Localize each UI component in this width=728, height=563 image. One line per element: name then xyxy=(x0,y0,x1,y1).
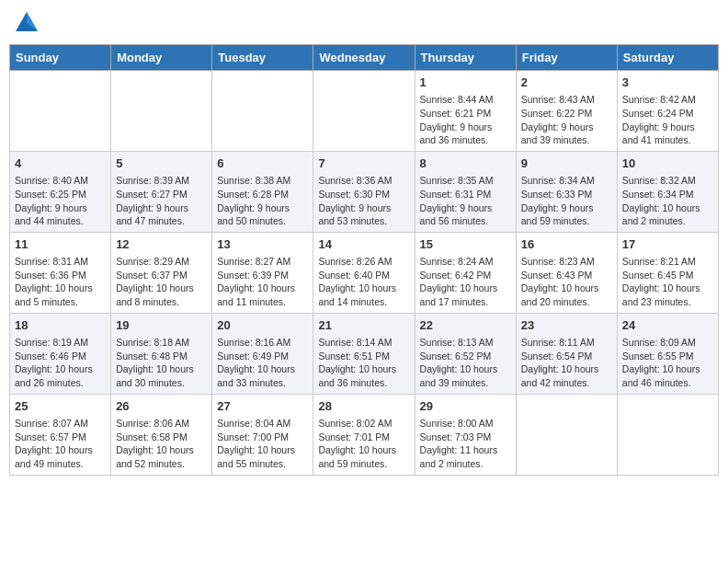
calendar-cell: 19Sunrise: 8:18 AM Sunset: 6:48 PM Dayli… xyxy=(111,313,212,394)
calendar-cell: 2Sunrise: 8:43 AM Sunset: 6:22 PM Daylig… xyxy=(516,71,617,152)
day-info: Sunrise: 8:44 AM Sunset: 6:21 PM Dayligh… xyxy=(420,93,511,147)
calendar-header-row: SundayMondayTuesdayWednesdayThursdayFrid… xyxy=(10,45,719,71)
calendar-cell: 1Sunrise: 8:44 AM Sunset: 6:21 PM Daylig… xyxy=(415,71,516,152)
calendar-cell: 25Sunrise: 8:07 AM Sunset: 6:57 PM Dayli… xyxy=(10,394,111,475)
day-header-thursday: Thursday xyxy=(415,45,516,71)
day-info: Sunrise: 8:14 AM Sunset: 6:51 PM Dayligh… xyxy=(318,336,409,390)
calendar-cell xyxy=(111,71,212,152)
calendar-cell: 14Sunrise: 8:26 AM Sunset: 6:40 PM Dayli… xyxy=(313,232,415,313)
calendar-cell: 17Sunrise: 8:21 AM Sunset: 6:45 PM Dayli… xyxy=(617,232,718,313)
calendar-cell xyxy=(617,394,718,475)
day-info: Sunrise: 8:24 AM Sunset: 6:42 PM Dayligh… xyxy=(420,255,511,309)
day-number: 19 xyxy=(116,317,207,334)
day-number: 2 xyxy=(521,75,612,91)
day-info: Sunrise: 8:04 AM Sunset: 7:00 PM Dayligh… xyxy=(217,417,308,471)
calendar-cell xyxy=(313,71,415,152)
day-header-saturday: Saturday xyxy=(617,45,718,71)
day-number: 13 xyxy=(217,236,308,253)
day-info: Sunrise: 8:27 AM Sunset: 6:39 PM Dayligh… xyxy=(217,255,308,309)
calendar-cell: 24Sunrise: 8:09 AM Sunset: 6:55 PM Dayli… xyxy=(617,313,718,394)
calendar-cell: 29Sunrise: 8:00 AM Sunset: 7:03 PM Dayli… xyxy=(415,394,516,475)
calendar-cell: 26Sunrise: 8:06 AM Sunset: 6:58 PM Dayli… xyxy=(111,394,212,475)
day-number: 1 xyxy=(420,75,511,91)
day-number: 21 xyxy=(318,317,409,334)
day-number: 6 xyxy=(217,155,308,172)
calendar-cell: 15Sunrise: 8:24 AM Sunset: 6:42 PM Dayli… xyxy=(415,232,516,313)
day-info: Sunrise: 8:00 AM Sunset: 7:03 PM Dayligh… xyxy=(420,417,511,471)
day-info: Sunrise: 8:40 AM Sunset: 6:25 PM Dayligh… xyxy=(15,174,106,228)
day-number: 7 xyxy=(318,155,409,172)
logo-icon xyxy=(13,9,40,37)
day-number: 10 xyxy=(622,155,713,172)
calendar-cell: 22Sunrise: 8:13 AM Sunset: 6:52 PM Dayli… xyxy=(415,313,516,394)
calendar-cell xyxy=(10,71,111,152)
day-info: Sunrise: 8:31 AM Sunset: 6:36 PM Dayligh… xyxy=(15,255,106,309)
calendar-week-row: 18Sunrise: 8:19 AM Sunset: 6:46 PM Dayli… xyxy=(10,313,719,394)
day-number: 29 xyxy=(420,398,511,415)
calendar-cell xyxy=(212,71,313,152)
day-info: Sunrise: 8:11 AM Sunset: 6:54 PM Dayligh… xyxy=(521,336,612,390)
day-number: 3 xyxy=(622,75,713,91)
day-info: Sunrise: 8:21 AM Sunset: 6:45 PM Dayligh… xyxy=(622,255,713,309)
day-info: Sunrise: 8:06 AM Sunset: 6:58 PM Dayligh… xyxy=(116,417,207,471)
day-number: 17 xyxy=(622,236,713,253)
day-header-tuesday: Tuesday xyxy=(212,45,313,71)
day-number: 5 xyxy=(116,155,207,172)
day-number: 9 xyxy=(521,155,612,172)
day-info: Sunrise: 8:09 AM Sunset: 6:55 PM Dayligh… xyxy=(622,336,713,390)
day-number: 4 xyxy=(15,155,106,172)
logo xyxy=(13,9,42,37)
day-info: Sunrise: 8:26 AM Sunset: 6:40 PM Dayligh… xyxy=(318,255,409,309)
day-info: Sunrise: 8:18 AM Sunset: 6:48 PM Dayligh… xyxy=(116,336,207,390)
calendar-cell: 16Sunrise: 8:23 AM Sunset: 6:43 PM Dayli… xyxy=(516,232,617,313)
day-info: Sunrise: 8:07 AM Sunset: 6:57 PM Dayligh… xyxy=(15,417,106,471)
day-header-monday: Monday xyxy=(111,45,212,71)
day-number: 20 xyxy=(217,317,308,334)
calendar-week-row: 4Sunrise: 8:40 AM Sunset: 6:25 PM Daylig… xyxy=(10,151,719,232)
calendar-cell xyxy=(516,394,617,475)
page-header xyxy=(9,9,719,37)
calendar-cell: 8Sunrise: 8:35 AM Sunset: 6:31 PM Daylig… xyxy=(415,151,516,232)
day-info: Sunrise: 8:36 AM Sunset: 6:30 PM Dayligh… xyxy=(318,174,409,228)
day-number: 22 xyxy=(420,317,511,334)
calendar-cell: 6Sunrise: 8:38 AM Sunset: 6:28 PM Daylig… xyxy=(212,151,313,232)
calendar-cell: 10Sunrise: 8:32 AM Sunset: 6:34 PM Dayli… xyxy=(617,151,718,232)
calendar-cell: 18Sunrise: 8:19 AM Sunset: 6:46 PM Dayli… xyxy=(10,313,111,394)
calendar-cell: 13Sunrise: 8:27 AM Sunset: 6:39 PM Dayli… xyxy=(212,232,313,313)
day-info: Sunrise: 8:29 AM Sunset: 6:37 PM Dayligh… xyxy=(116,255,207,309)
day-info: Sunrise: 8:16 AM Sunset: 6:49 PM Dayligh… xyxy=(217,336,308,390)
day-number: 11 xyxy=(15,236,106,253)
calendar-cell: 27Sunrise: 8:04 AM Sunset: 7:00 PM Dayli… xyxy=(212,394,313,475)
calendar-table: SundayMondayTuesdayWednesdayThursdayFrid… xyxy=(9,44,719,476)
day-number: 23 xyxy=(521,317,612,334)
day-number: 24 xyxy=(622,317,713,334)
day-number: 12 xyxy=(116,236,207,253)
day-info: Sunrise: 8:02 AM Sunset: 7:01 PM Dayligh… xyxy=(318,417,409,471)
day-number: 16 xyxy=(521,236,612,253)
calendar-cell: 21Sunrise: 8:14 AM Sunset: 6:51 PM Dayli… xyxy=(313,313,415,394)
day-info: Sunrise: 8:42 AM Sunset: 6:24 PM Dayligh… xyxy=(622,93,713,147)
calendar-cell: 23Sunrise: 8:11 AM Sunset: 6:54 PM Dayli… xyxy=(516,313,617,394)
day-info: Sunrise: 8:13 AM Sunset: 6:52 PM Dayligh… xyxy=(420,336,511,390)
day-number: 8 xyxy=(420,155,511,172)
day-header-wednesday: Wednesday xyxy=(313,45,415,71)
calendar-week-row: 25Sunrise: 8:07 AM Sunset: 6:57 PM Dayli… xyxy=(10,394,719,475)
calendar-cell: 3Sunrise: 8:42 AM Sunset: 6:24 PM Daylig… xyxy=(617,71,718,152)
day-info: Sunrise: 8:32 AM Sunset: 6:34 PM Dayligh… xyxy=(622,174,713,228)
day-number: 25 xyxy=(15,398,106,415)
day-number: 14 xyxy=(318,236,409,253)
day-info: Sunrise: 8:39 AM Sunset: 6:27 PM Dayligh… xyxy=(116,174,207,228)
calendar-cell: 11Sunrise: 8:31 AM Sunset: 6:36 PM Dayli… xyxy=(10,232,111,313)
day-header-sunday: Sunday xyxy=(10,45,111,71)
day-info: Sunrise: 8:38 AM Sunset: 6:28 PM Dayligh… xyxy=(217,174,308,228)
day-number: 28 xyxy=(318,398,409,415)
day-number: 15 xyxy=(420,236,511,253)
day-info: Sunrise: 8:34 AM Sunset: 6:33 PM Dayligh… xyxy=(521,174,612,228)
day-header-friday: Friday xyxy=(516,45,617,71)
day-number: 26 xyxy=(116,398,207,415)
calendar-week-row: 11Sunrise: 8:31 AM Sunset: 6:36 PM Dayli… xyxy=(10,232,719,313)
calendar-cell: 20Sunrise: 8:16 AM Sunset: 6:49 PM Dayli… xyxy=(212,313,313,394)
day-info: Sunrise: 8:43 AM Sunset: 6:22 PM Dayligh… xyxy=(521,93,612,147)
day-info: Sunrise: 8:19 AM Sunset: 6:46 PM Dayligh… xyxy=(15,336,106,390)
calendar-cell: 5Sunrise: 8:39 AM Sunset: 6:27 PM Daylig… xyxy=(111,151,212,232)
